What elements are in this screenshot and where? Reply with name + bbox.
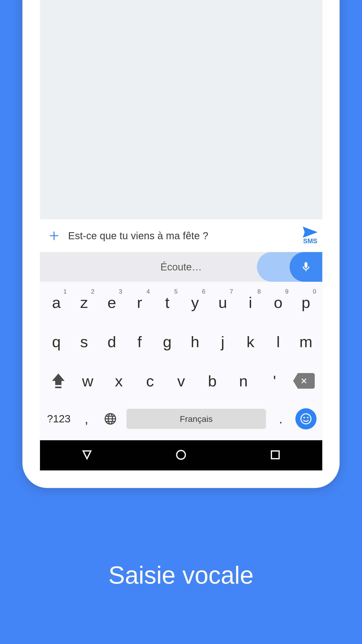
- key-z[interactable]: 2z: [70, 294, 98, 311]
- keyboard-row-3: w x c v b n ': [42, 366, 320, 396]
- keyboard-row-2: q s d f g h j k l m: [42, 327, 320, 357]
- space-key[interactable]: Français: [126, 409, 266, 429]
- message-input-bar: Est-ce que tu viens à ma fête ? SMS: [40, 219, 322, 252]
- key-x[interactable]: x: [103, 372, 134, 390]
- keyboard-row-1: 1a 2z 3e 4r 5t 6y 7u 8i 9o 0p: [42, 287, 320, 317]
- key-u[interactable]: 7u: [209, 294, 237, 311]
- nav-home-icon: [175, 449, 187, 461]
- svg-point-6: [307, 417, 308, 418]
- svg-rect-8: [271, 451, 279, 459]
- voice-mic-button[interactable]: [257, 252, 322, 282]
- message-input[interactable]: Est-ce que tu viens à ma fête ?: [68, 230, 300, 242]
- key-l[interactable]: l: [264, 333, 292, 351]
- key-k[interactable]: k: [237, 333, 264, 351]
- key-b[interactable]: b: [197, 372, 228, 390]
- emoji-key[interactable]: [292, 408, 320, 429]
- nav-home-button[interactable]: [175, 449, 187, 462]
- symbols-key[interactable]: ?123: [42, 413, 75, 425]
- key-r[interactable]: 4r: [126, 294, 153, 311]
- attach-button[interactable]: [47, 229, 61, 243]
- shift-icon: [52, 374, 65, 388]
- comma-key[interactable]: ,: [75, 411, 98, 426]
- smiley-icon: [300, 413, 312, 425]
- key-a[interactable]: 1a: [42, 294, 70, 311]
- key-n[interactable]: n: [228, 372, 259, 390]
- key-o[interactable]: 9o: [264, 294, 292, 311]
- key-s[interactable]: s: [70, 333, 98, 351]
- key-j[interactable]: j: [209, 333, 237, 351]
- svg-point-4: [301, 414, 311, 424]
- svg-point-5: [303, 417, 305, 418]
- period-key[interactable]: .: [269, 411, 292, 426]
- backspace-x-icon: [300, 377, 308, 385]
- key-f[interactable]: f: [126, 333, 153, 351]
- nav-back-icon: [81, 449, 93, 461]
- key-t[interactable]: 5t: [153, 294, 181, 311]
- send-button[interactable]: SMS: [303, 227, 318, 245]
- key-c[interactable]: c: [134, 372, 166, 390]
- key-p[interactable]: 0p: [292, 294, 320, 311]
- send-label: SMS: [303, 237, 317, 245]
- shift-key[interactable]: [44, 374, 72, 388]
- key-g[interactable]: g: [153, 333, 181, 351]
- key-v[interactable]: v: [166, 372, 197, 390]
- voice-status-bar: Écoute…: [40, 252, 322, 282]
- microphone-icon: [300, 261, 312, 273]
- key-h[interactable]: h: [181, 333, 209, 351]
- send-icon: [303, 227, 318, 238]
- key-i[interactable]: 8i: [237, 294, 264, 311]
- plus-icon: [49, 230, 60, 241]
- key-e[interactable]: 3e: [98, 294, 126, 311]
- nav-recent-button[interactable]: [269, 449, 281, 462]
- key-apostrophe[interactable]: ': [259, 372, 290, 390]
- screen: Est-ce que tu viens à ma fête ? SMS Écou…: [40, 0, 322, 470]
- key-y[interactable]: 6y: [181, 294, 209, 311]
- key-w[interactable]: w: [72, 372, 103, 390]
- backspace-key[interactable]: [290, 373, 318, 389]
- nav-recent-icon: [269, 449, 281, 461]
- android-navbar: [40, 440, 322, 470]
- key-d[interactable]: d: [98, 333, 126, 351]
- keyboard-row-4: ?123 , Français .: [42, 405, 320, 433]
- caption: Saisie vocale: [0, 561, 362, 589]
- key-q[interactable]: q: [42, 333, 70, 351]
- keyboard: 1a 2z 3e 4r 5t 6y 7u 8i 9o 0p q s d f g …: [40, 282, 322, 440]
- svg-rect-0: [55, 387, 62, 388]
- language-key[interactable]: [98, 413, 123, 425]
- key-m[interactable]: m: [292, 333, 320, 351]
- globe-icon: [104, 413, 117, 425]
- chat-area: [40, 0, 322, 219]
- nav-back-button[interactable]: [81, 449, 93, 462]
- svg-point-7: [177, 451, 186, 459]
